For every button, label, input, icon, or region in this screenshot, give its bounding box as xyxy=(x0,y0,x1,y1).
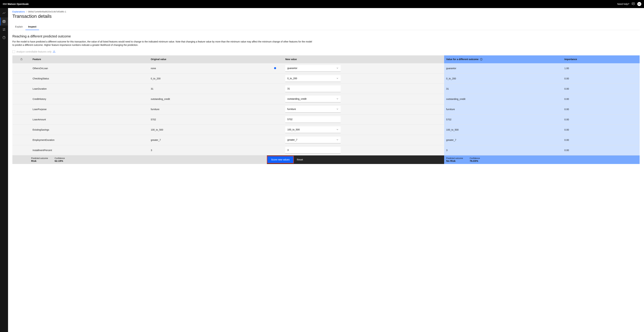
newval-select[interactable] xyxy=(285,137,340,143)
feature-name: OthersOnLoan xyxy=(31,63,149,74)
table-row: EmploymentDurationgreater_7greater_70.00 xyxy=(12,135,640,145)
tab-explain[interactable]: Explain xyxy=(12,24,26,30)
breadcrumb: Explanations / 080fa71e4efb49a8820e314b7… xyxy=(12,8,640,13)
valdiff-value: 5702 xyxy=(444,114,562,124)
warning-icon xyxy=(53,50,56,53)
newval-select-display[interactable] xyxy=(285,75,340,82)
newval-cell xyxy=(283,84,444,94)
lock-cell xyxy=(12,73,31,84)
score-new-values-button[interactable]: Score new values xyxy=(268,156,293,163)
newval-select[interactable] xyxy=(285,75,340,82)
avatar[interactable]: SD xyxy=(637,2,641,6)
confidence-value-right: 76.03% xyxy=(470,159,480,162)
newval-select-display[interactable] xyxy=(285,96,340,102)
table-row: LoanDuration31310.00 xyxy=(12,84,640,94)
newval-select[interactable] xyxy=(285,96,340,102)
original-value: 100_to_500 xyxy=(149,124,267,135)
predicted-outcome-value: Risk xyxy=(31,159,48,162)
newval-cell xyxy=(283,94,444,104)
brand-prefix: IBM xyxy=(3,3,8,5)
nav-insights[interactable] xyxy=(0,10,8,18)
breadcrumb-link-explanations[interactable]: Explanations xyxy=(12,11,25,13)
table-row: LoanPurposefurniturefurniture0.00 xyxy=(12,104,640,114)
brand-product: Watson OpenScale xyxy=(8,3,29,5)
help-link[interactable]: Need help? xyxy=(617,3,629,5)
header-newval: New value xyxy=(283,55,444,63)
checkbox-icon xyxy=(12,50,15,53)
nav-support[interactable] xyxy=(0,34,8,42)
newval-select[interactable] xyxy=(285,126,340,133)
header-feature: Feature xyxy=(31,55,149,63)
changed-indicator xyxy=(267,104,283,114)
lock-cell xyxy=(12,63,31,74)
original-value: 5702 xyxy=(149,114,267,124)
confidence-value: 62.19% xyxy=(54,159,65,162)
newval-input-wrap xyxy=(285,85,340,92)
valdiff-value: 100_to_500 xyxy=(444,124,562,135)
newval-select-display[interactable] xyxy=(285,106,340,113)
newval-cell xyxy=(283,145,444,155)
changed-indicator xyxy=(267,94,283,104)
newval-cell xyxy=(283,114,444,124)
table-row: ExistingSavings100_to_500100_to_5000.00 xyxy=(12,124,640,135)
table-row: OthersOnLoannoneguarantor1.00 xyxy=(12,63,640,74)
feature-name: LoanAmount xyxy=(31,114,149,124)
features-table: Feature Original value New value Value f… xyxy=(12,55,640,164)
changed-indicator xyxy=(267,73,283,84)
importance-value: 0.00 xyxy=(562,135,640,145)
original-value: greater_7 xyxy=(149,135,267,145)
chat-icon[interactable] xyxy=(632,2,635,6)
confidence-label: Confidence xyxy=(54,157,65,159)
newval-input[interactable] xyxy=(285,85,340,92)
predicted-outcome-value-right: No Risk xyxy=(446,159,463,162)
section-description: For the model to have predicted a differ… xyxy=(12,40,314,47)
section-title: Reaching a different predicted outcome xyxy=(12,34,640,38)
importance-value: 1.00 xyxy=(562,63,640,74)
newval-select[interactable] xyxy=(285,106,340,113)
reset-button[interactable]: Reset xyxy=(294,156,306,163)
valdiff-value: 3 xyxy=(444,145,562,155)
svg-rect-5 xyxy=(54,51,54,52)
lock-cell xyxy=(12,135,31,145)
feature-name: InstallmentPercent xyxy=(31,145,149,155)
importance-value: 0.00 xyxy=(562,114,640,124)
newval-cell xyxy=(283,63,444,74)
newval-select-display[interactable] xyxy=(285,126,340,133)
feature-name: LoanDuration xyxy=(31,84,149,94)
nav-explanations[interactable] xyxy=(0,18,8,26)
table-row: InstallmentPercent330.00 xyxy=(12,145,640,155)
original-value: 3 xyxy=(149,145,267,155)
newval-cell xyxy=(283,135,444,145)
summary-right: Predicted outcomeNo RiskConfidence76.03% xyxy=(444,155,640,164)
newval-select-display[interactable] xyxy=(285,137,340,143)
header-original: Original value xyxy=(149,55,267,63)
newval-select-display[interactable] xyxy=(285,65,340,72)
valdiff-value: greater_7 xyxy=(444,135,562,145)
newval-input[interactable] xyxy=(285,116,340,123)
info-icon[interactable] xyxy=(479,58,482,61)
main-content: Explanations / 080fa71e4efb49a8820e314b7… xyxy=(8,8,644,332)
page-title: Transaction details xyxy=(12,14,640,19)
header-importance: Importance xyxy=(562,55,640,63)
confidence-label-right: Confidence xyxy=(470,157,480,159)
lock-cell xyxy=(12,114,31,124)
table-row: LoanAmount570257020.00 xyxy=(12,114,640,124)
predicted-outcome-label: Predicted outcome xyxy=(31,157,48,159)
app-shell: Explanations / 080fa71e4efb49a8820e314b7… xyxy=(0,8,644,332)
newval-cell xyxy=(283,104,444,114)
top-right: Need help? SD xyxy=(617,2,641,6)
newval-select[interactable] xyxy=(285,65,340,72)
changed-indicator xyxy=(267,145,283,155)
table-row: CreditHistoryoutstanding_creditoutstandi… xyxy=(12,94,640,104)
original-value: none xyxy=(149,63,267,74)
valdiff-value: 31 xyxy=(444,84,562,94)
newval-input[interactable] xyxy=(285,147,340,153)
breadcrumb-separator: / xyxy=(26,11,27,13)
changed-dot-icon xyxy=(274,67,276,69)
feature-name: EmploymentDuration xyxy=(31,135,149,145)
tabs: Explain Inspect xyxy=(12,24,640,30)
newval-input-wrap xyxy=(285,147,340,153)
nav-configure[interactable] xyxy=(0,26,8,34)
tab-inspect[interactable]: Inspect xyxy=(26,24,39,30)
analyze-controllable-checkbox[interactable]: Analyze controllable features only xyxy=(12,50,640,53)
